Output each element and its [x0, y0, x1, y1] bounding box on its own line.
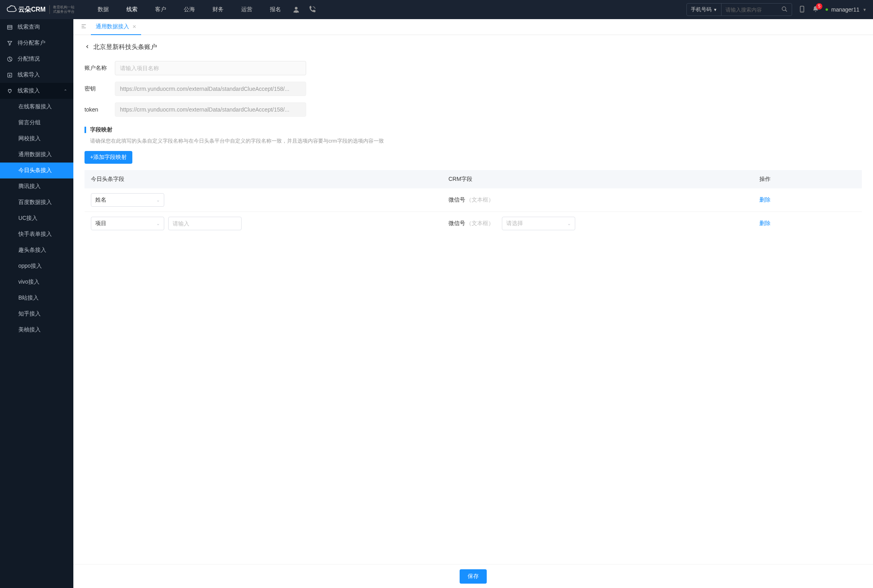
filter-icon	[6, 40, 13, 46]
sidebar-sub-kuaishou[interactable]: 快手表单接入	[0, 226, 73, 242]
col-action: 操作	[753, 170, 862, 188]
nav-public[interactable]: 公海	[177, 0, 202, 19]
sidebar-item-import[interactable]: 线索导入	[0, 67, 73, 83]
sidebar-sub-toutiao[interactable]: 今日头条接入	[0, 163, 73, 178]
sidebar-label: 待分配客户	[18, 39, 45, 47]
form-row-secret: 密钥 https://crm.yunduocrm.com/externalDat…	[85, 82, 862, 96]
header-right: 手机号码 ▼ 5 manager11 ▼	[686, 3, 867, 16]
mobile-icon[interactable]	[798, 6, 806, 14]
search-type-select[interactable]: 手机号码 ▼	[687, 4, 722, 16]
sidebar-sub-vivo[interactable]: vivo接入	[0, 274, 73, 290]
main-content: 通用数据接入 ✕ 北京昱新科技头条账户 账户名称 密钥 https://crm.…	[73, 19, 873, 588]
form-row-account: 账户名称	[85, 61, 862, 75]
chevron-up-icon: ⌃	[64, 89, 67, 93]
sidebar-item-distribution[interactable]: 分配情况	[0, 51, 73, 67]
logo-text: 云朵CRM	[18, 6, 45, 14]
section-bar-icon	[85, 127, 86, 133]
section-header: 字段映射	[85, 126, 862, 133]
username: manager11	[831, 6, 859, 13]
footer-bar: 保存	[73, 564, 873, 588]
chevron-down-icon: ⌄	[156, 221, 160, 226]
bell-icon[interactable]: 5	[812, 6, 819, 14]
sidebar-sub-uc[interactable]: UC接入	[0, 210, 73, 226]
add-mapping-button[interactable]: +添加字段映射	[85, 151, 132, 164]
secret-label: 密钥	[85, 85, 108, 92]
nav-data[interactable]: 数据	[90, 0, 116, 19]
field-select[interactable]: 姓名 ⌄	[91, 193, 164, 207]
crm-field-text: 微信号	[448, 196, 465, 203]
nav-customer[interactable]: 客户	[148, 0, 173, 19]
form-row-token: token https://crm.yunduocrm.com/external…	[85, 102, 862, 117]
crm-field-text: 微信号	[448, 220, 465, 226]
nav-clue[interactable]: 线索	[119, 0, 145, 19]
search-input[interactable]	[722, 7, 777, 13]
sidebar-sub-bilibili[interactable]: B站接入	[0, 290, 73, 306]
import-icon	[6, 72, 13, 78]
sidebar-sub-tencent[interactable]: 腾讯接入	[0, 178, 73, 194]
field-extra-input[interactable]	[168, 217, 242, 230]
account-name-input[interactable]	[115, 61, 306, 75]
sidebar-item-clue-query[interactable]: 线索查询	[0, 19, 73, 35]
section-title: 字段映射	[90, 126, 112, 133]
sidebar-label: 线索导入	[18, 71, 40, 78]
status-dot	[826, 8, 828, 11]
col-crm-field: CRM字段	[442, 170, 753, 188]
top-header: 云朵CRM 教育机构一站 式服务云平台 数据 线索 客户 公海 财务 运营 报名…	[0, 0, 873, 19]
sidebar-sub-meiyou[interactable]: 美柚接入	[0, 322, 73, 338]
phone-icon[interactable]	[308, 6, 316, 14]
page-content: 北京昱新科技头条账户 账户名称 密钥 https://crm.yunduocrm…	[73, 35, 873, 267]
breadcrumb[interactable]: 北京昱新科技头条账户	[85, 43, 862, 51]
user-menu[interactable]: manager11 ▼	[826, 6, 867, 13]
back-icon	[85, 44, 90, 51]
search-box: 手机号码 ▼	[686, 3, 792, 16]
search-button[interactable]	[777, 6, 792, 14]
crm-field-hint: （文本框）	[466, 196, 494, 203]
chart-icon	[6, 56, 13, 62]
logo-icon: 云朵CRM	[6, 4, 46, 16]
sidebar-label: 分配情况	[18, 55, 40, 63]
sidebar-item-pending[interactable]: 待分配客户	[0, 35, 73, 51]
sidebar: 线索查询 待分配客户 分配情况 线索导入 线索接入 ⌃ 在线客服接入 留言分组 …	[0, 19, 73, 588]
token-value[interactable]: https://crm.yunduocrm.com/externalData/s…	[115, 102, 306, 117]
sidebar-sub-zhihu[interactable]: 知乎接入	[0, 306, 73, 322]
svg-point-0	[295, 7, 298, 10]
delete-link[interactable]: 删除	[759, 196, 771, 203]
table-row: 姓名 ⌄ 微信号（文本框） 删除	[85, 188, 862, 212]
sidebar-sub-oppo[interactable]: oppo接入	[0, 258, 73, 274]
col-toutiao-field: 今日头条字段	[85, 170, 442, 188]
nav-signup[interactable]: 报名	[263, 0, 288, 19]
nav-finance[interactable]: 财务	[205, 0, 231, 19]
sidebar-sub-message[interactable]: 留言分组	[0, 115, 73, 131]
field-select[interactable]: 项目 ⌄	[91, 217, 164, 230]
collapse-icon[interactable]	[77, 23, 91, 31]
nav-icons	[292, 6, 316, 14]
sidebar-label: 线索查询	[18, 24, 40, 31]
sidebar-sub-school[interactable]: 网校接入	[0, 131, 73, 147]
top-nav: 数据 线索 客户 公海 财务 运营 报名	[90, 0, 288, 19]
logo-subtitle: 教育机构一站 式服务云平台	[49, 5, 75, 14]
sidebar-sub-qutoutiao[interactable]: 趣头条接入	[0, 242, 73, 258]
tab-bar: 通用数据接入 ✕	[73, 19, 873, 35]
sidebar-sub-baidu[interactable]: 百度数据接入	[0, 194, 73, 210]
logo[interactable]: 云朵CRM 教育机构一站 式服务云平台	[6, 4, 75, 16]
secret-value[interactable]: https://crm.yunduocrm.com/externalData/s…	[115, 82, 306, 96]
list-icon	[6, 24, 13, 30]
section-description: 请确保您在此填写的头条自定义字段名称与在今日头条平台中自定义的字段名称一致，并且…	[85, 137, 862, 145]
delete-link[interactable]: 删除	[759, 220, 771, 226]
nav-operation[interactable]: 运营	[234, 0, 260, 19]
close-icon[interactable]: ✕	[132, 24, 136, 29]
svg-point-2	[782, 7, 786, 10]
user-icon[interactable]	[292, 6, 300, 14]
svg-line-3	[785, 10, 787, 12]
tab-general-data[interactable]: 通用数据接入 ✕	[91, 19, 141, 35]
token-label: token	[85, 106, 108, 113]
sidebar-sub-general[interactable]: 通用数据接入	[0, 147, 73, 163]
sidebar-sub-online[interactable]: 在线客服接入	[0, 99, 73, 115]
sidebar-item-access[interactable]: 线索接入 ⌃	[0, 83, 73, 99]
chevron-down-icon: ⌄	[156, 198, 160, 203]
crm-select[interactable]: 请选择 ⌄	[502, 217, 575, 230]
tab-label: 通用数据接入	[96, 23, 129, 30]
crm-field-hint: （文本框）	[466, 220, 494, 226]
save-button[interactable]: 保存	[460, 569, 487, 584]
notification-badge: 5	[816, 3, 822, 10]
